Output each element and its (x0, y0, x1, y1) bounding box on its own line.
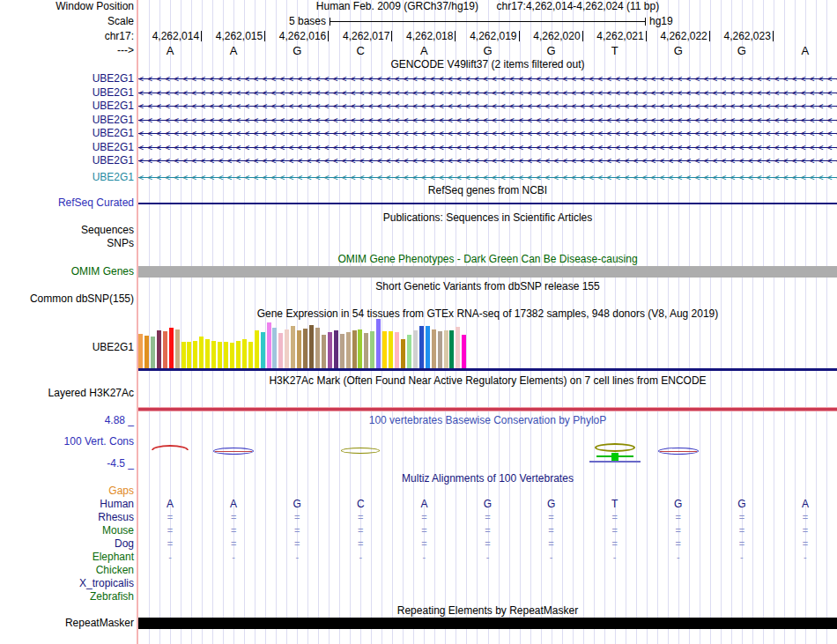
gtex-bar[interactable] (193, 341, 197, 369)
gtex-bar[interactable] (285, 329, 289, 369)
transcript-label[interactable]: UBE2G1 (0, 87, 134, 99)
sequences-label[interactable]: Sequences (0, 225, 134, 236)
gtex-bar[interactable] (432, 329, 436, 369)
dbsnp-label[interactable]: Common dbSNP(155) (0, 293, 134, 305)
gtex-bar[interactable] (401, 339, 405, 369)
gtex-bar[interactable] (370, 331, 374, 369)
phylop-track-label[interactable]: 100 Vert. Cons (0, 436, 134, 448)
gtex-bar[interactable] (303, 329, 307, 369)
gtex-bar[interactable] (297, 330, 301, 369)
gtex-bar[interactable] (175, 329, 180, 369)
repeatmasker-element-bar[interactable] (138, 618, 837, 629)
gtex-bar[interactable] (163, 331, 167, 369)
multiz-row-label[interactable]: Gaps (0, 485, 134, 497)
gtex-bar[interactable] (248, 342, 253, 369)
transcript-label[interactable]: UBE2G1 (0, 155, 134, 167)
gtex-bar[interactable] (211, 341, 216, 369)
repeatmasker-label[interactable]: RepeatMasker (0, 618, 134, 629)
snps-label[interactable]: SNPs (0, 238, 134, 249)
gtex-bar[interactable] (462, 335, 466, 369)
gtex-bar[interactable] (449, 330, 454, 369)
omim-genes-label[interactable]: OMIM Genes (0, 266, 134, 278)
gtex-bar[interactable] (278, 333, 283, 369)
gtex-bar[interactable] (352, 330, 357, 369)
transcript-intron-arrows[interactable]: <<<<<<<<<<<<<<<<<<<<<<<<<<<<<<<<<<<<<<<<… (138, 155, 837, 167)
gtex-bar[interactable] (138, 334, 143, 369)
gtex-bar[interactable] (407, 335, 411, 369)
publications-track-title[interactable]: Publications: Sequences in Scientific Ar… (138, 212, 837, 224)
repeatmasker-track-title[interactable]: Repeating Elements by RepeatMasker (138, 605, 837, 617)
gtex-track-title[interactable]: Gene Expression in 54 tissues from GTEx … (138, 308, 837, 320)
multiz-row-label[interactable]: Zebrafish (0, 591, 134, 603)
h3k27ac-signal-band[interactable] (138, 407, 837, 411)
transcript-intron-arrows[interactable]: <<<<<<<<<<<<<<<<<<<<<<<<<<<<<<<<<<<<<<<<… (138, 128, 837, 139)
h3k27ac-label[interactable]: Layered H3K27Ac (0, 388, 134, 399)
multiz-row-label[interactable]: Rhesus (0, 512, 134, 523)
gtex-bar[interactable] (261, 332, 265, 369)
transcript-label[interactable]: UBE2G1 (0, 172, 134, 183)
gtex-bar[interactable] (315, 328, 320, 369)
gtex-bar[interactable] (328, 332, 332, 369)
gtex-bar[interactable] (291, 326, 295, 369)
multiz-row-label[interactable]: Mouse (0, 525, 134, 537)
transcript-label[interactable]: UBE2G1 (0, 142, 134, 153)
multiz-row-label[interactable]: Chicken (0, 565, 134, 576)
gtex-bar[interactable] (395, 332, 399, 369)
gtex-bar[interactable] (236, 341, 241, 369)
gtex-bar[interactable] (255, 330, 259, 369)
multiz-track-title[interactable]: Multiz Alignments of 100 Vertebrates (138, 473, 837, 485)
transcript-intron-arrows[interactable]: <<<<<<<<<<<<<<<<<<<<<<<<<<<<<<<<<<<<<<<<… (138, 100, 837, 112)
gtex-bar[interactable] (242, 339, 247, 369)
multiz-row-label[interactable]: Human (0, 499, 134, 510)
dbsnp-track-title[interactable]: Short Genetic Variants from dbSNP releas… (138, 281, 837, 292)
transcript-intron-arrows[interactable]: <<<<<<<<<<<<<<<<<<<<<<<<<<<<<<<<<<<<<<<<… (138, 172, 837, 183)
phylop-track-title[interactable]: 100 vertebrates Basewise Conservation by… (138, 415, 837, 426)
h3k27ac-track-title[interactable]: H3K27Ac Mark (Often Found Near Active Re… (138, 375, 837, 387)
gtex-bar[interactable] (340, 334, 344, 369)
gtex-bar[interactable] (218, 342, 222, 369)
refseq-gene-bar[interactable] (138, 203, 837, 204)
gtex-bar[interactable] (444, 330, 448, 369)
gtex-bar[interactable] (389, 331, 393, 369)
gtex-bar[interactable] (419, 326, 424, 369)
gtex-bar[interactable] (144, 336, 149, 369)
gtex-bar[interactable] (456, 327, 460, 369)
gtex-bar[interactable] (224, 342, 228, 369)
transcript-label[interactable]: UBE2G1 (0, 115, 134, 126)
multiz-row-label[interactable]: Elephant (0, 551, 134, 563)
gtex-bar[interactable] (199, 337, 204, 369)
gtex-bar[interactable] (426, 326, 430, 369)
transcript-label[interactable]: UBE2G1 (0, 73, 134, 85)
transcript-label[interactable]: UBE2G1 (0, 128, 134, 139)
multiz-row-label[interactable]: X_tropicalis (0, 578, 134, 589)
gtex-bar[interactable] (267, 322, 271, 369)
gtex-bar[interactable] (322, 335, 326, 369)
gtex-bar[interactable] (382, 331, 387, 369)
gtex-bar[interactable] (413, 330, 418, 369)
gtex-bar[interactable] (438, 331, 442, 369)
gtex-bar[interactable] (358, 329, 362, 369)
refseq-track-title[interactable]: RefSeq genes from NCBI (138, 185, 837, 196)
gtex-bar[interactable] (157, 330, 161, 369)
gtex-bar[interactable] (205, 339, 210, 369)
gtex-bar[interactable] (272, 328, 277, 369)
gtex-bar[interactable] (309, 325, 314, 369)
transcript-intron-arrows[interactable]: <<<<<<<<<<<<<<<<<<<<<<<<<<<<<<<<<<<<<<<<… (138, 142, 837, 153)
transcript-label[interactable]: UBE2G1 (0, 100, 134, 112)
gencode-track-title[interactable]: GENCODE V49lift37 (2 items filtered out) (138, 59, 837, 70)
gtex-bar[interactable] (230, 343, 234, 369)
omim-track-title[interactable]: OMIM Gene Phenotypes - Dark Green Can Be… (138, 254, 837, 265)
gtex-bar[interactable] (187, 342, 191, 369)
transcript-intron-arrows[interactable]: <<<<<<<<<<<<<<<<<<<<<<<<<<<<<<<<<<<<<<<<… (138, 87, 837, 99)
gtex-bar[interactable] (346, 332, 351, 369)
gtex-gene-label[interactable]: UBE2G1 (0, 342, 134, 353)
omim-gene-bar[interactable] (138, 266, 837, 278)
gtex-bar[interactable] (169, 328, 174, 369)
multiz-row-label[interactable]: Dog (0, 538, 134, 550)
gtex-bar[interactable] (334, 330, 338, 369)
refseq-curated-label[interactable]: RefSeq Curated (0, 197, 134, 209)
gtex-bar[interactable] (181, 342, 186, 369)
gtex-bar[interactable] (364, 333, 368, 369)
transcript-intron-arrows[interactable]: <<<<<<<<<<<<<<<<<<<<<<<<<<<<<<<<<<<<<<<<… (138, 73, 837, 85)
transcript-intron-arrows[interactable]: <<<<<<<<<<<<<<<<<<<<<<<<<<<<<<<<<<<<<<<<… (138, 115, 837, 126)
